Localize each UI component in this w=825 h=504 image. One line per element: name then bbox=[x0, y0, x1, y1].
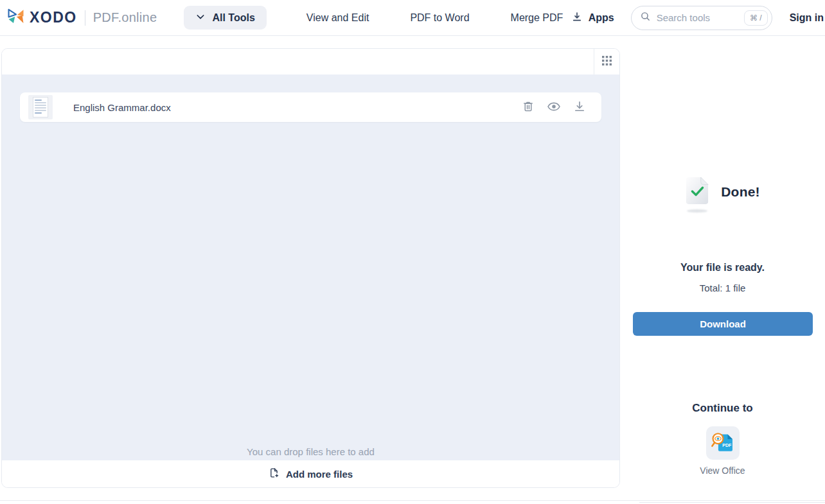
nav-link-view-and-edit[interactable]: View and Edit bbox=[306, 12, 369, 24]
page-bottom-border bbox=[0, 500, 825, 501]
all-tools-label: All Tools bbox=[212, 12, 254, 24]
done-block: Done! bbox=[620, 176, 825, 208]
top-header: XODO PDF.online All Tools View and Edit … bbox=[0, 0, 825, 36]
download-icon bbox=[573, 100, 586, 115]
all-tools-button[interactable]: All Tools bbox=[184, 6, 266, 30]
preview-file-button[interactable] bbox=[541, 94, 567, 120]
search-input[interactable] bbox=[657, 12, 744, 23]
svg-text:PDF: PDF bbox=[722, 442, 732, 448]
file-thumbnail bbox=[28, 95, 53, 119]
drop-hint-text: You can drop files here to add bbox=[2, 446, 619, 457]
sign-in-button[interactable]: Sign in bbox=[790, 12, 824, 24]
trash-icon bbox=[522, 100, 535, 115]
add-more-files-button[interactable]: Add more files bbox=[269, 467, 353, 480]
xodo-logo[interactable]: XODO PDF.online bbox=[6, 8, 157, 28]
file-actions bbox=[515, 94, 592, 120]
document-check-icon bbox=[685, 176, 709, 208]
file-panel-header bbox=[2, 49, 619, 74]
view-office-label: View Office bbox=[620, 465, 825, 476]
file-plus-icon bbox=[269, 467, 279, 480]
file-row: English Grammar.docx bbox=[20, 92, 601, 122]
file-ready-text: Your file is ready. bbox=[620, 262, 825, 274]
continue-to-heading: Continue to bbox=[620, 402, 825, 415]
view-office-icon: PDF bbox=[710, 430, 736, 457]
done-title: Done! bbox=[721, 184, 760, 200]
chevron-down-icon bbox=[195, 12, 206, 24]
grid-view-button[interactable] bbox=[594, 49, 619, 74]
apps-button[interactable]: Apps bbox=[571, 11, 614, 25]
total-files-text: Total: 1 file bbox=[620, 282, 825, 293]
download-file-button[interactable] bbox=[567, 94, 592, 120]
search-shortcut-badge: ⌘ / bbox=[744, 10, 768, 26]
nav-link-pdf-to-word[interactable]: PDF to Word bbox=[410, 12, 469, 24]
main-nav: View and Edit PDF to Word Merge PDF bbox=[306, 12, 563, 24]
file-thumbnail-page bbox=[33, 97, 48, 117]
search-box[interactable]: ⌘ / bbox=[631, 6, 772, 30]
file-panel-footer: Add more files bbox=[2, 460, 619, 487]
rating-divider bbox=[639, 502, 825, 503]
search-icon bbox=[640, 11, 651, 24]
eye-icon bbox=[547, 100, 561, 116]
brand-name: XODO bbox=[30, 9, 77, 26]
file-panel: English Grammar.docx bbox=[1, 48, 620, 488]
download-button[interactable]: Download bbox=[633, 312, 813, 336]
result-sidebar: Done! Your file is ready. Total: 1 file … bbox=[620, 36, 825, 500]
product-name: PDF.online bbox=[93, 10, 157, 25]
nav-link-merge-pdf[interactable]: Merge PDF bbox=[511, 12, 563, 24]
file-name: English Grammar.docx bbox=[73, 102, 171, 113]
drop-zone[interactable]: English Grammar.docx bbox=[2, 74, 619, 462]
add-more-files-label: Add more files bbox=[286, 469, 353, 480]
download-icon bbox=[571, 11, 583, 25]
view-office-button[interactable]: PDF bbox=[706, 426, 740, 460]
logo-divider bbox=[85, 10, 85, 26]
header-right: Apps ⌘ / Sign in bbox=[571, 6, 825, 30]
delete-file-button[interactable] bbox=[515, 94, 541, 120]
xodo-logo-icon bbox=[6, 8, 26, 28]
grid-view-icon bbox=[602, 56, 612, 67]
apps-label: Apps bbox=[589, 12, 614, 24]
